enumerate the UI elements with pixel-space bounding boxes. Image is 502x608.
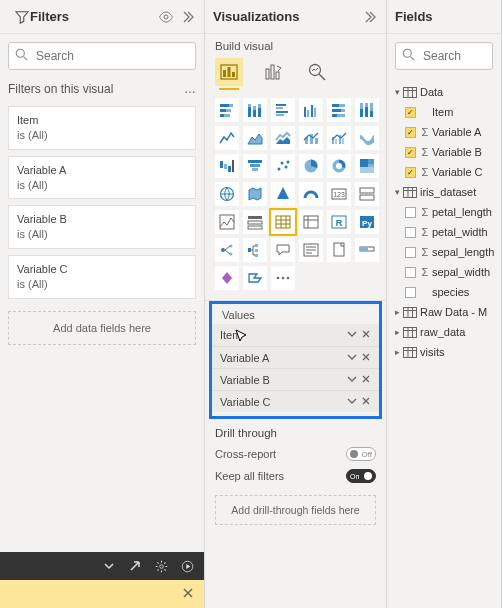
viz-gauge-icon[interactable]: [299, 182, 323, 206]
cross-report-toggle[interactable]: Off: [346, 447, 376, 461]
checkbox[interactable]: [405, 207, 416, 218]
keep-filters-toggle[interactable]: On: [346, 469, 376, 483]
add-drill-fields[interactable]: Add drill-through fields here: [215, 495, 376, 525]
chevron-down-icon[interactable]: [347, 396, 357, 408]
play-icon[interactable]: [180, 559, 194, 573]
filter-card[interactable]: Variable Ais (All): [8, 156, 196, 200]
checkbox[interactable]: [405, 227, 416, 238]
viz-slicer-icon[interactable]: [243, 210, 267, 234]
viz-decomposition-icon[interactable]: [243, 238, 267, 262]
filters-add-fields[interactable]: Add data fields here: [8, 311, 196, 345]
remove-icon[interactable]: [361, 396, 371, 408]
collapse-icon[interactable]: [362, 9, 378, 25]
field-column-row[interactable]: Σpetal_width: [391, 222, 497, 242]
viz-table-icon[interactable]: [271, 210, 295, 234]
filter-card[interactable]: Itemis (All): [8, 106, 196, 150]
filters-search[interactable]: [8, 42, 196, 70]
checkbox[interactable]: ✓: [405, 127, 416, 138]
viz-clustered-column-icon[interactable]: [299, 98, 323, 122]
more-icon[interactable]: …: [184, 82, 196, 96]
viz-narrative-icon[interactable]: [299, 238, 323, 262]
viz-matrix-icon[interactable]: [299, 210, 323, 234]
viz-goals-icon[interactable]: [355, 238, 379, 262]
field-column-row[interactable]: Σpetal_length: [391, 202, 497, 222]
viz-more-icon[interactable]: [271, 266, 295, 290]
viz-automate-icon[interactable]: [243, 266, 267, 290]
field-column-row[interactable]: ✓Item: [391, 102, 497, 122]
checkbox[interactable]: ✓: [405, 107, 416, 118]
field-table-row[interactable]: ▸raw_data: [391, 322, 497, 342]
remove-icon[interactable]: [361, 352, 371, 364]
viz-stacked-area-icon[interactable]: [271, 126, 295, 150]
viz-area-icon[interactable]: [243, 126, 267, 150]
viz-line-stacked-column-icon[interactable]: [299, 126, 323, 150]
checkbox[interactable]: [405, 287, 416, 298]
viz-card-icon[interactable]: 123: [327, 182, 351, 206]
viz-stacked-column-icon[interactable]: [243, 98, 267, 122]
tab-analytics[interactable]: [303, 58, 331, 86]
viz-clustered-bar-icon[interactable]: [271, 98, 295, 122]
checkbox[interactable]: ✓: [405, 167, 416, 178]
chevron-down-icon[interactable]: [347, 352, 357, 364]
viz-100-bar-icon[interactable]: [327, 98, 351, 122]
field-column-row[interactable]: ✓ΣVariable B: [391, 142, 497, 162]
fields-search-input[interactable]: [421, 48, 502, 64]
checkbox[interactable]: ✓: [405, 147, 416, 158]
viz-powerapps-icon[interactable]: [215, 266, 239, 290]
remove-icon[interactable]: [361, 329, 371, 341]
field-table-row[interactable]: ▾Data: [391, 82, 497, 102]
viz-line-icon[interactable]: [215, 126, 239, 150]
viz-100-column-icon[interactable]: [355, 98, 379, 122]
viz-scatter-icon[interactable]: [271, 154, 295, 178]
viz-paginated-icon[interactable]: [327, 238, 351, 262]
chevron-down-icon[interactable]: [347, 374, 357, 386]
chevron-right-icon[interactable]: ▸: [391, 347, 403, 357]
viz-donut-icon[interactable]: [327, 154, 351, 178]
chevron-right-icon[interactable]: ▸: [391, 307, 403, 317]
close-icon[interactable]: [182, 587, 194, 602]
viz-treemap-icon[interactable]: [355, 154, 379, 178]
value-field-row[interactable]: Variable B: [212, 368, 379, 390]
viz-pie-icon[interactable]: [299, 154, 323, 178]
field-table-row[interactable]: ▸visits: [391, 342, 497, 362]
checkbox[interactable]: [405, 247, 416, 258]
viz-waterfall-icon[interactable]: [215, 154, 239, 178]
filter-card[interactable]: Variable Bis (All): [8, 205, 196, 249]
remove-icon[interactable]: [361, 374, 371, 386]
arrow-icon[interactable]: [128, 559, 142, 573]
chevron-down-icon[interactable]: [102, 559, 116, 573]
chevron-down-icon[interactable]: [347, 329, 357, 341]
field-column-row[interactable]: Σsepal_length: [391, 242, 497, 262]
viz-ribbon-icon[interactable]: [355, 126, 379, 150]
fields-search[interactable]: [395, 42, 493, 70]
eye-icon[interactable]: [158, 9, 174, 25]
chevron-down-icon[interactable]: ▾: [391, 187, 403, 197]
viz-kpi-icon[interactable]: [215, 210, 239, 234]
viz-key-influencers-icon[interactable]: [215, 238, 239, 262]
collapse-icon[interactable]: [180, 9, 196, 25]
field-table-row[interactable]: ▾iris_dataset: [391, 182, 497, 202]
viz-stacked-bar-icon[interactable]: [215, 98, 239, 122]
viz-r-icon[interactable]: R: [327, 210, 351, 234]
value-field-row[interactable]: Item: [212, 324, 379, 346]
viz-filled-map-icon[interactable]: [243, 182, 267, 206]
filter-card[interactable]: Variable Cis (All): [8, 255, 196, 299]
viz-multirow-card-icon[interactable]: [355, 182, 379, 206]
field-column-row[interactable]: ✓ΣVariable A: [391, 122, 497, 142]
viz-map-icon[interactable]: [215, 182, 239, 206]
field-column-row[interactable]: Σsepal_width: [391, 262, 497, 282]
tab-format[interactable]: [259, 58, 287, 86]
viz-python-icon[interactable]: Py: [355, 210, 379, 234]
field-column-row[interactable]: ✓ΣVariable C: [391, 162, 497, 182]
gear-icon[interactable]: [154, 559, 168, 573]
chevron-right-icon[interactable]: ▸: [391, 327, 403, 337]
checkbox[interactable]: [405, 267, 416, 278]
viz-funnel-icon[interactable]: [243, 154, 267, 178]
value-field-row[interactable]: Variable A: [212, 346, 379, 368]
field-table-row[interactable]: ▸Raw Data - M: [391, 302, 497, 322]
field-column-row[interactable]: species: [391, 282, 497, 302]
viz-azure-map-icon[interactable]: [271, 182, 295, 206]
value-field-row[interactable]: Variable C: [212, 390, 379, 412]
filters-search-input[interactable]: [34, 48, 189, 64]
viz-line-clustered-column-icon[interactable]: [327, 126, 351, 150]
